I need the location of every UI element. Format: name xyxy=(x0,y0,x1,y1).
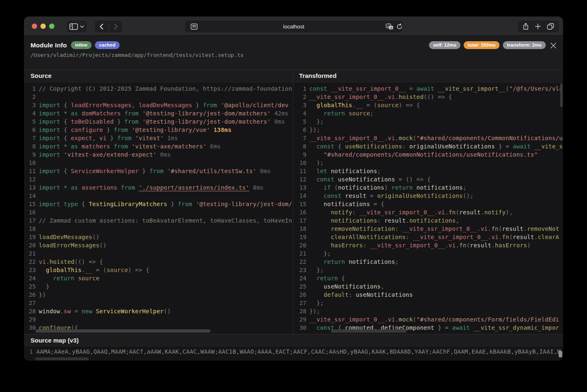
code-token: originalUseNotifications xyxy=(409,143,495,150)
code-token: . xyxy=(481,209,484,216)
line-number: 22 xyxy=(293,258,306,266)
code-text: import * as matchers from 'vitest-axe/ma… xyxy=(36,142,221,150)
file-link[interactable]: './support/assertions/index.ts' xyxy=(139,184,249,191)
code-line: 18 removeNotification: __vite_ssr_import… xyxy=(293,225,563,233)
code-token: . xyxy=(395,316,399,323)
code-token: result xyxy=(513,234,534,240)
code-token: ; xyxy=(377,168,381,174)
code-token: loadErrorMessages xyxy=(71,102,132,108)
close-button[interactable] xyxy=(549,41,557,49)
line-number: 18 xyxy=(293,225,306,233)
code-token xyxy=(309,184,324,191)
transformed-vertical-scrollbar[interactable] xyxy=(560,83,563,107)
forward-button[interactable] xyxy=(111,21,120,32)
code-token: }; xyxy=(309,300,324,306)
code-token: ) xyxy=(384,184,391,191)
back-icon xyxy=(99,23,104,30)
code-token: 'vitest' xyxy=(135,135,164,141)
sourcemap-horizontal-scrollbar[interactable] xyxy=(35,357,89,360)
code-token xyxy=(309,283,324,290)
code-token: () xyxy=(92,234,99,240)
share-button[interactable] xyxy=(523,23,529,30)
translate-icon[interactable]: A あ xyxy=(386,23,394,32)
code-token: ; xyxy=(463,184,467,191)
address-bar[interactable]: localhost A あ xyxy=(184,20,403,33)
code-token: fn xyxy=(448,209,455,216)
close-window-button[interactable] xyxy=(32,23,37,29)
code-token: } = xyxy=(495,143,513,150)
source-horizontal-scrollbar[interactable] xyxy=(35,329,210,333)
code-token: 0ms xyxy=(271,118,285,125)
code-token: } xyxy=(192,102,203,108)
line-number: 7 xyxy=(293,134,306,142)
line-number: 14 xyxy=(293,192,306,200)
code-text: import { toBeDisabled } from '@testing-l… xyxy=(36,117,285,126)
code-line: 11import { ServiceWorkerHelper } from '#… xyxy=(24,167,293,175)
line-number: 5 xyxy=(293,117,306,126)
code-token: const xyxy=(316,176,334,183)
code-line: 4import * as domMatchers from '@testing-… xyxy=(24,109,293,117)
code-line: 22vi.hoisted(() => { xyxy=(24,258,293,266)
code-text: notify: __vite_ssr_import_0__.vi.fn(resu… xyxy=(306,208,513,216)
line-number: 11 xyxy=(293,167,306,175)
code-token xyxy=(192,201,196,207)
code-text: default: useNotifications xyxy=(306,291,413,299)
code-token: = () => { xyxy=(395,176,431,183)
line-number: 15 xyxy=(293,200,306,208)
line-number: 21 xyxy=(293,249,306,258)
code-token: : xyxy=(395,225,402,232)
line-number: 3 xyxy=(293,101,306,109)
module-info-header: Module Info inlinecached self: 12mstotal… xyxy=(24,36,563,69)
line-number: 8 xyxy=(24,142,36,150)
code-line: 22 return notifications; xyxy=(293,258,563,266)
code-line: 16 notify: __vite_ssr_import_0__.vi.fn(r… xyxy=(293,208,563,216)
code-token: domMatchers xyxy=(82,110,121,117)
code-token: const xyxy=(309,85,327,92)
code-text: }); xyxy=(306,307,320,315)
code-token xyxy=(139,118,142,125)
code-token: originalUseNotifications xyxy=(377,192,463,199)
code-token: from xyxy=(125,110,139,117)
code-token: }); xyxy=(309,308,320,315)
code-token: } xyxy=(106,135,117,141)
code-text: __vite_ssr_import_0__.vi.hoisted(() => { xyxy=(306,93,452,101)
tab-overview-icon xyxy=(547,23,554,30)
code-token: __vite_ssr_import_0__ xyxy=(331,85,406,92)
tab-overview-button[interactable] xyxy=(547,23,554,30)
code-token xyxy=(413,184,417,191)
code-token: } = xyxy=(434,324,452,331)
source-panel-title: Source xyxy=(24,70,293,82)
transformed-horizontal-scrollbar[interactable] xyxy=(331,329,407,333)
window-vertical-scrollbar[interactable] xyxy=(559,351,562,357)
back-button[interactable] xyxy=(97,21,106,32)
line-number: 26 xyxy=(293,291,306,299)
code-token: return xyxy=(53,275,75,282)
line-number: 14 xyxy=(24,192,36,200)
code-token: { xyxy=(60,135,71,141)
code-line: 25 useNotifications, xyxy=(293,282,563,291)
code-line: 27 }; xyxy=(293,299,563,307)
code-line: 2 xyxy=(24,93,293,101)
code-token: import xyxy=(39,118,60,125)
code-line: 24 return { xyxy=(293,274,563,282)
sidebar-button[interactable] xyxy=(66,20,87,33)
line-number: 30 xyxy=(24,324,36,332)
module-badges: inlinecached xyxy=(71,41,120,49)
reload-icon[interactable] xyxy=(396,23,403,32)
code-line: 13 if (notifications) return notificatio… xyxy=(293,183,563,192)
line-number: 7 xyxy=(24,134,36,142)
minimize-window-button[interactable] xyxy=(40,23,46,29)
zoom-window-button[interactable] xyxy=(49,23,54,29)
code-token xyxy=(78,143,82,150)
code-token: . xyxy=(395,94,399,100)
code-line: 26}) xyxy=(24,291,293,299)
code-token: } xyxy=(103,127,114,133)
code-token: }) xyxy=(39,291,46,298)
code-token xyxy=(39,275,53,282)
code-token: : xyxy=(363,242,370,249)
code-text: ); xyxy=(306,159,324,167)
new-tab-button[interactable] xyxy=(535,23,541,29)
code-line: 15import type { TestingLibraryMatchers }… xyxy=(24,200,293,208)
code-token: . xyxy=(60,308,64,315)
code-token: loadDevMessages xyxy=(139,102,192,108)
